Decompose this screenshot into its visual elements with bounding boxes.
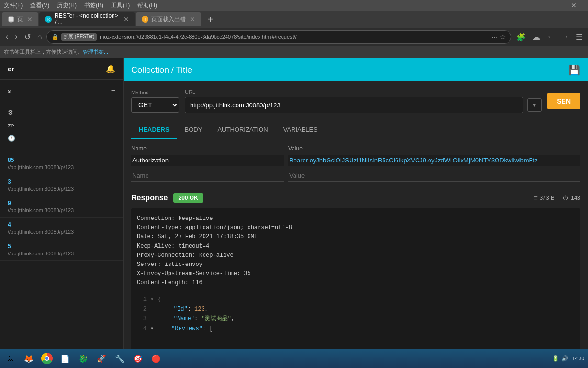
list-item[interactable]: 85 //pp.jtthink.com:30080/p/123 bbox=[0, 153, 123, 174]
list-item[interactable]: 5 //pp.jtthink.com:30080/p/123 bbox=[0, 239, 123, 261]
app3-icon: 🔧 bbox=[115, 354, 124, 363]
menu-button[interactable]: ☰ bbox=[574, 31, 584, 44]
tab-1[interactable]: ⬜ 页 ✕ bbox=[2, 12, 38, 26]
home-button[interactable]: ⌂ bbox=[35, 31, 44, 43]
taskbar-files[interactable]: 🗂 bbox=[2, 350, 19, 367]
list-item[interactable]: 9 //pp.jtthink.com:30080/p/123 bbox=[0, 196, 123, 218]
more-options-icon[interactable]: ··· bbox=[491, 33, 497, 41]
taskbar-clock: 14:30 bbox=[570, 356, 586, 361]
tab-body[interactable]: BODY bbox=[177, 121, 210, 139]
tab-3-close[interactable]: ✕ bbox=[190, 15, 195, 23]
bookmark-text: 在书签工具栏上，方便快速访问。 bbox=[4, 48, 83, 56]
header-name-input-1[interactable] bbox=[131, 155, 284, 166]
taskbar-app1[interactable]: 🐉 bbox=[75, 350, 92, 367]
list-item[interactable]: 4 //pp.jtthink.com:30080/p/123 bbox=[0, 218, 123, 239]
tab-1-close[interactable]: ✕ bbox=[27, 15, 33, 23]
method-section: Method GET POST PUT DELETE bbox=[131, 90, 179, 113]
menu-view[interactable]: 查看(V) bbox=[30, 1, 49, 10]
time-value: 143 bbox=[571, 195, 580, 201]
response-header-line-5: Proxy-Connection: keep-alive bbox=[137, 251, 575, 260]
files-icon: 🗂 bbox=[7, 354, 14, 363]
tab-3[interactable]: ! 页面载入出错 ✕ bbox=[136, 12, 201, 26]
menu-file[interactable]: 文件(F) bbox=[4, 1, 23, 10]
url-input[interactable] bbox=[185, 97, 523, 113]
json-name-line: "Name": "测试商品", bbox=[160, 314, 235, 323]
history-url-4: //pp.jtthink.com:30080/p/123 bbox=[8, 229, 115, 235]
header-value-empty[interactable] bbox=[288, 170, 580, 182]
sidebar-history-row[interactable]: 🕐 bbox=[0, 132, 123, 145]
method-label: Method bbox=[131, 90, 179, 95]
tab-1-icon: ⬜ bbox=[8, 16, 14, 23]
taskbar: 🗂 🦊 📄 🐉 🚀 🔧 🎯 🔴 🔋 🔊 14:30 bbox=[0, 349, 588, 368]
tab-2[interactable]: R RESTer - <no collection> / ... ✕ bbox=[39, 12, 135, 26]
add-collection-icon[interactable]: + bbox=[111, 86, 115, 95]
line-num-2: 2 bbox=[137, 304, 147, 314]
taskbar-app3[interactable]: 🔧 bbox=[111, 350, 128, 367]
new-tab-button[interactable]: + bbox=[204, 14, 217, 25]
taskbar-doc[interactable]: 📄 bbox=[57, 350, 74, 367]
extensions-button[interactable]: 🧩 bbox=[514, 31, 528, 44]
forward-button[interactable]: › bbox=[13, 31, 19, 43]
menu-help[interactable]: 帮助(H) bbox=[137, 1, 157, 10]
tab-authorization[interactable]: AUTHORIZATION bbox=[210, 121, 275, 139]
back-nav-button[interactable]: ← bbox=[545, 31, 556, 43]
header-empty-row bbox=[131, 170, 580, 182]
size-value: 373 B bbox=[540, 195, 554, 201]
sidebar-settings-row[interactable]: ⚙ bbox=[0, 106, 123, 119]
app1-icon: 🐉 bbox=[79, 354, 88, 363]
time-icon: ⏱ bbox=[562, 194, 569, 202]
spacer bbox=[150, 304, 156, 314]
sidebar-size-label: ze bbox=[8, 122, 14, 129]
sidebar-size-row[interactable]: ze bbox=[0, 119, 123, 132]
history-num-5: 5 bbox=[8, 243, 115, 250]
json-line-3: 3 "Name": "测试商品", bbox=[137, 314, 575, 323]
tab-2-close[interactable]: ✕ bbox=[124, 15, 129, 23]
spacer bbox=[150, 314, 156, 323]
tab-variables[interactable]: VARIABLES bbox=[276, 121, 325, 139]
response-header-line-1: Connection: keep-alive bbox=[137, 214, 575, 223]
send-button[interactable]: SEN bbox=[547, 93, 580, 109]
tab-2-icon: R bbox=[45, 16, 52, 23]
menu-bar: 文件(F) 查看(V) 历史(H) 书签(B) 工具(T) 帮助(H) ✕ bbox=[0, 0, 588, 11]
save-button[interactable]: 💾 bbox=[568, 64, 580, 76]
sidebar-settings-section: ⚙ ze 🕐 bbox=[0, 102, 123, 149]
back-button[interactable]: ‹ bbox=[4, 31, 10, 43]
tab-3-icon: ! bbox=[142, 16, 148, 23]
header-value-input-1[interactable] bbox=[288, 155, 580, 166]
manage-bookmarks-link[interactable]: 管理书签... bbox=[83, 48, 108, 56]
sidebar-header: er 🔔 bbox=[0, 58, 123, 80]
forward-nav-button[interactable]: → bbox=[559, 31, 571, 43]
tab-headers[interactable]: HEADERS bbox=[131, 121, 177, 139]
name-column-label: Name bbox=[131, 145, 284, 152]
json-reviews-line: "Reviews": [ bbox=[158, 324, 213, 334]
line-num-3: 3 bbox=[137, 314, 147, 323]
taskbar-app2[interactable]: 🚀 bbox=[93, 350, 110, 367]
extension-badge: 扩展 (RESTer) bbox=[61, 33, 97, 41]
method-select[interactable]: GET POST PUT DELETE bbox=[131, 97, 179, 113]
bookmark-star-icon[interactable]: ☆ bbox=[500, 33, 506, 41]
window-close-icon[interactable]: ✕ bbox=[571, 1, 577, 9]
sync-button[interactable]: ☁ bbox=[531, 31, 542, 44]
header-name-empty[interactable] bbox=[131, 170, 284, 182]
url-dropdown-icon[interactable]: ▼ bbox=[527, 98, 542, 112]
expand-icon-4[interactable]: ▾ bbox=[150, 324, 154, 334]
response-section: Response 200 OK ≡ 373 B ⏱ 143 Connection… bbox=[124, 187, 588, 368]
refresh-button[interactable]: ↺ bbox=[23, 31, 33, 44]
taskbar-firefox[interactable]: 🦊 bbox=[20, 350, 37, 367]
notification-bell-icon[interactable]: 🔔 bbox=[106, 64, 115, 73]
menu-history[interactable]: 历史(H) bbox=[57, 1, 77, 10]
taskbar-app4[interactable]: 🎯 bbox=[129, 350, 147, 367]
sidebar-s-label: s bbox=[8, 87, 11, 94]
collection-title: Collection / Title bbox=[131, 65, 568, 75]
history-num-1: 85 bbox=[8, 157, 115, 163]
response-header-line-8: Content-Length: 116 bbox=[137, 278, 575, 288]
menu-bookmarks[interactable]: 书签(B) bbox=[84, 1, 103, 10]
menu-tools[interactable]: 工具(T) bbox=[111, 1, 130, 10]
response-header-line-3: Date: Sat, 27 Feb 2021 17:18:35 GMT bbox=[137, 232, 575, 242]
expand-icon-1[interactable]: ▾ bbox=[150, 295, 154, 304]
sidebar-collections-row[interactable]: s + bbox=[0, 83, 123, 98]
chrome-center bbox=[45, 356, 49, 361]
taskbar-app5[interactable]: 🔴 bbox=[147, 350, 165, 367]
list-item[interactable]: 3 //pp.jtthink.com:30080/p/123 bbox=[0, 174, 123, 196]
taskbar-chrome[interactable] bbox=[38, 350, 56, 367]
